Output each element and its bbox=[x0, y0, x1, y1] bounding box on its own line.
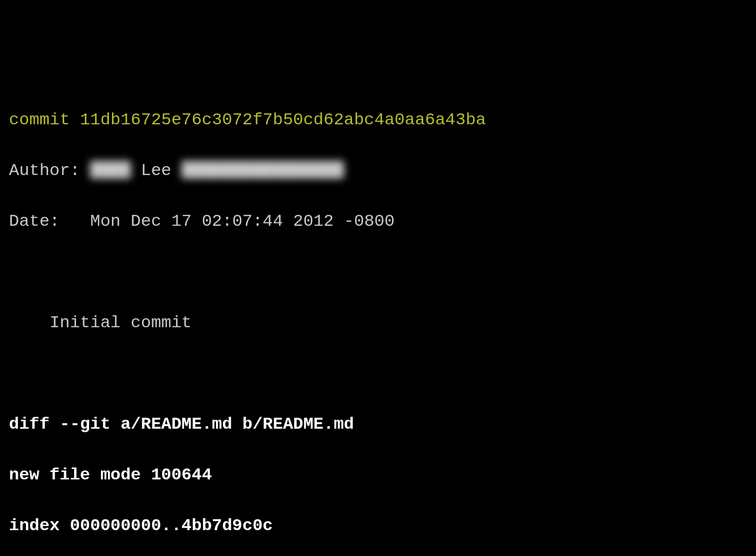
date-value: Mon Dec 17 02:07:44 2012 -0800 bbox=[90, 212, 394, 231]
commit-message: Initial commit bbox=[9, 310, 747, 336]
date-line: Date: Mon Dec 17 02:07:44 2012 -0800 bbox=[9, 209, 747, 234]
diff-header-line: diff --git a/README.md b/README.md bbox=[9, 412, 747, 437]
commit-label: commit bbox=[9, 110, 70, 129]
author-name-redacted: ████ bbox=[90, 158, 131, 184]
commit-hash: 11db16725e76c3072f7b50cd62abc4a0aa6a43ba bbox=[80, 110, 486, 129]
diff-mode-line: new file mode 100644 bbox=[9, 463, 747, 488]
blank-line bbox=[9, 260, 747, 285]
date-label: Date: bbox=[9, 212, 60, 231]
author-line: Author: ████ Lee ████████████████ bbox=[9, 158, 747, 184]
author-name-visible: Lee bbox=[141, 161, 171, 180]
blank-line bbox=[9, 361, 747, 386]
author-label: Author: bbox=[9, 161, 80, 180]
diff-index-line: index 000000000..4bb7d9c0c bbox=[9, 513, 747, 539]
commit-line: commit 11db16725e76c3072f7b50cd62abc4a0a… bbox=[9, 107, 747, 133]
author-email-redacted: ████████████████ bbox=[182, 158, 344, 184]
